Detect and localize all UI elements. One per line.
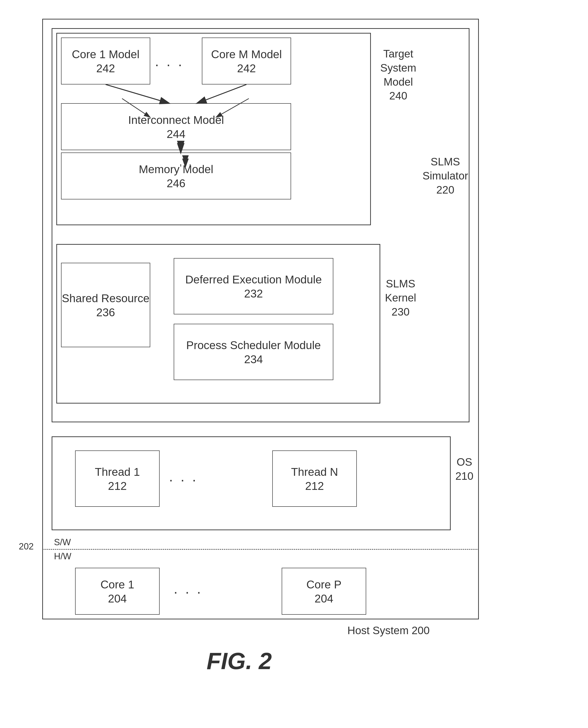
interconnect-box: Interconnect Model 244 <box>61 103 291 150</box>
core1-title: Core 1 Model <box>72 47 140 62</box>
threadn-number: 212 <box>305 480 324 492</box>
memory-title: Memory Model <box>139 162 213 177</box>
threadn-box: Thread N 212 <box>272 450 357 507</box>
core1-number: 242 <box>96 62 115 75</box>
core1-model-box: Core 1 Model 242 <box>61 38 150 85</box>
shared-resource-box: Shared Resource 236 <box>61 263 150 347</box>
interconnect-number: 244 <box>167 128 185 140</box>
corem-title: Core M Model <box>211 47 282 62</box>
diagram-area: Host System 200 SLMS Simulator 220 Targe… <box>42 19 535 671</box>
threadn-title: Thread N <box>291 465 338 479</box>
thread1-number: 212 <box>108 480 127 492</box>
shared-resource-title: Shared Resource <box>62 291 149 306</box>
os-label: OS 210 <box>455 455 474 483</box>
corep-hw-box: Core P 204 <box>282 568 366 615</box>
slms-kernel-label: SLMS Kernel 230 <box>385 277 416 319</box>
corep-hw-title: Core P <box>306 577 341 592</box>
target-system-label: Target System Model 240 <box>380 47 416 103</box>
memory-number: 246 <box>167 177 185 190</box>
deferred-execution-box: Deferred Execution Module 232 <box>174 258 333 314</box>
process-scheduler-title: Process Scheduler Module <box>186 338 321 353</box>
corep-hw-number: 204 <box>315 592 333 605</box>
slms-simulator-label: SLMS Simulator 220 <box>422 155 468 197</box>
process-scheduler-box: Process Scheduler Module 234 <box>174 324 333 380</box>
hw-label: H/W <box>54 551 71 561</box>
interconnect-title: Interconnect Model <box>128 113 224 127</box>
corem-number: 242 <box>237 62 256 75</box>
fig-caption: FIG. 2 <box>207 647 272 675</box>
core1-hw-title: Core 1 <box>101 577 134 592</box>
deferred-number: 232 <box>244 287 263 300</box>
hw-dots: · · · <box>174 584 203 600</box>
host-system-label: Host System 200 <box>348 624 429 637</box>
line-number: 202 <box>19 542 34 552</box>
corem-model-box: Core M Model 242 <box>202 38 291 85</box>
sw-hw-divider <box>42 549 479 550</box>
memory-box: Memory Model 246 <box>61 153 291 199</box>
thread1-title: Thread 1 <box>95 465 140 479</box>
core1-hw-number: 204 <box>108 592 127 605</box>
thread1-box: Thread 1 212 <box>75 450 160 507</box>
deferred-title: Deferred Execution Module <box>185 272 322 287</box>
thread-dots: · · · <box>169 471 198 488</box>
page: Host System 200 SLMS Simulator 220 Targe… <box>0 0 588 728</box>
core1-hw-box: Core 1 204 <box>75 568 160 615</box>
shared-resource-number: 236 <box>96 306 115 319</box>
core-dots: · · · <box>155 56 184 72</box>
sw-label: S/W <box>54 537 71 547</box>
process-scheduler-number: 234 <box>244 353 263 366</box>
